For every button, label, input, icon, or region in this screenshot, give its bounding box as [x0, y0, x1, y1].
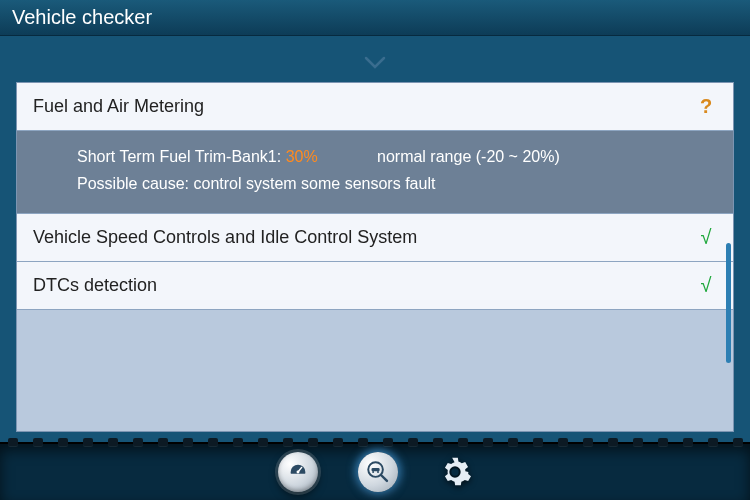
svg-rect-2	[372, 468, 380, 471]
list-item-label: Fuel and Air Metering	[33, 96, 204, 117]
status-badge-warn: ?	[695, 95, 717, 118]
chevron-down-icon[interactable]	[364, 56, 386, 74]
svg-point-5	[451, 468, 458, 475]
app-title: Vehicle checker	[12, 6, 152, 28]
list-item-label: Vehicle Speed Controls and Idle Control …	[33, 227, 417, 248]
svg-point-3	[372, 471, 374, 473]
list-item-fuel-air-metering[interactable]: Fuel and Air Metering ?	[17, 83, 733, 131]
svg-point-4	[377, 471, 379, 473]
car-magnifier-icon	[365, 459, 391, 485]
diagnostic-button[interactable]	[358, 452, 398, 492]
gauge-button[interactable]	[278, 452, 318, 492]
gear-icon	[438, 455, 472, 489]
settings-button[interactable]	[438, 455, 472, 489]
detail-cause-label: Possible cause: control system some sens…	[77, 170, 693, 197]
content-area: Fuel and Air Metering ? Short Term Fuel …	[0, 36, 750, 442]
svg-point-0	[297, 471, 300, 474]
status-badge-ok: √	[695, 274, 717, 297]
scrollbar[interactable]	[726, 243, 731, 363]
detail-param-value: 30%	[286, 148, 318, 165]
detail-range-label: normal range (-20 ~ 20%)	[377, 143, 560, 170]
title-bar: Vehicle checker	[0, 0, 750, 36]
list-item-detail: Short Term Fuel Trim-Bank1: 30% normal r…	[17, 131, 733, 214]
gauge-icon	[287, 461, 309, 483]
list-item-speed-idle-control[interactable]: Vehicle Speed Controls and Idle Control …	[17, 214, 733, 262]
detail-param-label: Short Term Fuel Trim-Bank1:	[77, 148, 281, 165]
status-badge-ok: √	[695, 226, 717, 249]
list-item-label: DTCs detection	[33, 275, 157, 296]
list-item-dtcs-detection[interactable]: DTCs detection √	[17, 262, 733, 310]
bottom-nav	[0, 442, 750, 500]
diagnostic-list: Fuel and Air Metering ? Short Term Fuel …	[16, 82, 734, 432]
